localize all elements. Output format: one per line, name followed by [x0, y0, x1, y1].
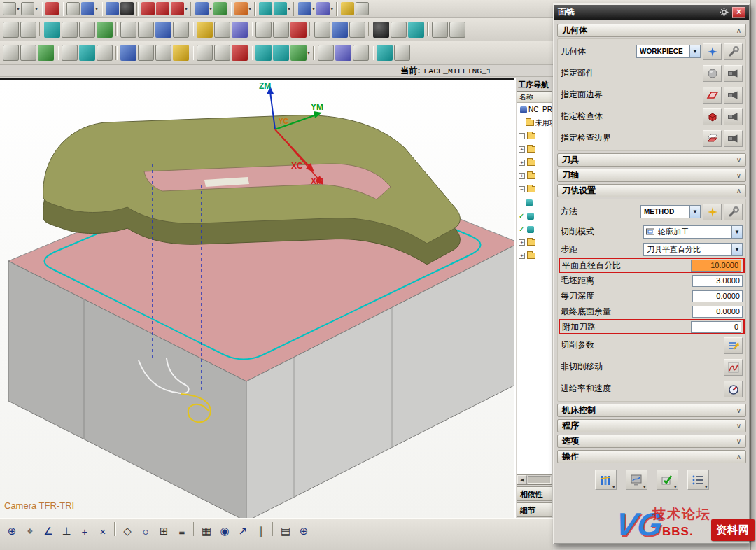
snap-icon[interactable]: ⌖ — [22, 523, 38, 540]
menu-arrow-icon[interactable]: ▾ — [312, 6, 315, 12]
replay-toolpath-button[interactable]: ▾ — [626, 470, 648, 490]
tree-row[interactable] — [517, 196, 552, 209]
tree-row[interactable]: + — [517, 169, 552, 183]
highlight-check-body-button[interactable] — [724, 108, 743, 125]
expand-chevron-icon[interactable]: ∨ — [736, 171, 741, 179]
toolbar-icon[interactable] — [391, 22, 407, 38]
feeds-speeds-button[interactable] — [724, 381, 743, 397]
toolbar-icon[interactable] — [3, 2, 16, 15]
toolbar-icon[interactable] — [141, 2, 155, 15]
sphere-icon[interactable] — [120, 2, 134, 15]
toolbar-icon[interactable] — [432, 22, 448, 38]
snap-icon[interactable]: + — [76, 523, 93, 540]
toolbar-icon[interactable] — [290, 22, 307, 38]
toolbar-icon[interactable] — [79, 22, 95, 38]
select-check-boundary-button[interactable] — [703, 130, 722, 147]
section-tool-axis[interactable]: 刀轴 ∨ — [557, 169, 746, 182]
toolbar-icon[interactable] — [38, 45, 54, 61]
toolbar-icon[interactable] — [214, 45, 230, 61]
toolbar-icon[interactable] — [377, 45, 393, 61]
expand-box-icon[interactable]: + — [519, 239, 525, 246]
method-select[interactable]: METHOD ▼ — [640, 205, 701, 218]
cutting-parameters-button[interactable] — [724, 337, 743, 354]
toolbar-icon[interactable] — [318, 45, 334, 61]
graphics-viewport[interactable]: ZM YM YC XC XM Camera TFR-TRI — [0, 78, 514, 518]
tree-row[interactable]: − — [517, 183, 552, 196]
toolbar-icon[interactable] — [197, 45, 213, 61]
dialog-title-bar[interactable]: 面铣 × — [554, 5, 749, 20]
toolbar-icon[interactable] — [20, 22, 36, 38]
snap-icon[interactable]: × — [94, 523, 111, 540]
snap-icon[interactable]: ∠ — [40, 523, 57, 540]
snap-icon[interactable]: ↗ — [234, 523, 251, 540]
toolbar-icon[interactable] — [120, 45, 136, 61]
edit-geometry-button[interactable] — [724, 43, 743, 60]
snap-icon[interactable]: ⊞ — [155, 523, 172, 540]
menu-arrow-icon[interactable]: ▾ — [330, 6, 333, 12]
geometry-select[interactable]: WORKPIECE ▼ — [636, 45, 701, 58]
toolbar-icon[interactable] — [195, 2, 209, 15]
menu-arrow-icon[interactable]: ▾ — [248, 6, 251, 12]
snap-icon[interactable]: ◇ — [119, 523, 136, 540]
toolbar-icon[interactable] — [62, 22, 78, 38]
tree-row[interactable]: 未用项 — [517, 116, 552, 129]
tree-row-root[interactable]: NC_PROG — [517, 103, 552, 116]
depth-per-cut-input[interactable]: 0.0000 — [692, 290, 743, 302]
expand-box-icon[interactable]: + — [519, 146, 525, 153]
snap-icon[interactable]: ⊕ — [295, 523, 312, 540]
toolbar-icon[interactable] — [232, 22, 248, 38]
toolbar-icon[interactable] — [273, 22, 289, 38]
verify-toolpath-button[interactable]: ▾ — [657, 470, 678, 490]
toolbar-icon[interactable] — [356, 2, 369, 15]
toolbar-icon[interactable] — [255, 45, 272, 61]
toolbar-icon[interactable] — [3, 22, 19, 38]
toolbar-icon[interactable] — [97, 45, 113, 61]
section-actions[interactable]: 操作 ∧ — [557, 450, 746, 463]
toolbar-icon[interactable] — [373, 22, 389, 38]
navigator-name-column[interactable]: 名称 — [517, 92, 552, 103]
toolbar-icon[interactable] — [3, 45, 19, 61]
section-geometry[interactable]: 几何体 ∧ — [557, 24, 746, 37]
final-floor-stock-input[interactable]: 0.0000 — [692, 306, 743, 318]
toolbar-icon[interactable] — [46, 2, 59, 15]
menu-arrow-icon[interactable]: ▾ — [288, 6, 290, 12]
new-geometry-button[interactable] — [703, 43, 722, 60]
toolbar-icon[interactable] — [138, 22, 154, 38]
menu-arrow-icon[interactable]: ▾ — [35, 6, 38, 12]
toolbar-icon[interactable] — [353, 45, 369, 61]
gear-icon[interactable] — [718, 7, 730, 18]
details-bar[interactable]: 细节 — [517, 502, 552, 517]
stepover-select[interactable]: 刀具平直百分比 ▼ — [643, 243, 743, 256]
menu-arrow-icon[interactable]: ▾ — [17, 6, 20, 12]
toolbar-icon[interactable] — [155, 22, 172, 38]
menu-arrow-icon[interactable]: ▾ — [185, 6, 188, 12]
select-part-button[interactable] — [703, 65, 722, 82]
toolbar-icon[interactable] — [81, 2, 94, 15]
toolbar-icon[interactable] — [259, 2, 272, 15]
snap-icon[interactable]: ⊥ — [58, 523, 75, 540]
toolbar-icon[interactable] — [335, 45, 351, 61]
toolbar-icon[interactable] — [79, 45, 95, 61]
toolbar-icon[interactable] — [173, 45, 189, 61]
toolbar-icon[interactable] — [20, 45, 36, 61]
toolbar-icon[interactable] — [316, 2, 330, 15]
toolbar-icon[interactable] — [298, 2, 312, 15]
collapse-chevron-icon[interactable]: ∧ — [736, 187, 741, 195]
collapse-box-icon[interactable]: − — [519, 133, 525, 139]
navigator-hscrollbar[interactable]: ◀ — [517, 474, 552, 484]
toolbar-icon[interactable] — [255, 22, 272, 38]
section-program[interactable]: 程序 ∨ — [557, 419, 746, 432]
snap-icon[interactable]: ⊕ — [4, 523, 20, 540]
toolbar-icon[interactable] — [314, 22, 330, 38]
snap-icon[interactable]: ≡ — [174, 523, 190, 540]
dependencies-bar[interactable]: 相依性 — [517, 486, 552, 501]
toolbar-icon[interactable] — [138, 45, 154, 61]
generate-toolpath-button[interactable]: ▾ — [595, 470, 617, 490]
tree-row[interactable]: + — [517, 156, 552, 169]
scroll-left-button[interactable]: ◀ — [517, 475, 527, 484]
list-toolpath-button[interactable]: ▾ — [687, 470, 709, 490]
toolbar-icon[interactable] — [156, 2, 169, 15]
collapse-box-icon[interactable]: − — [519, 186, 525, 192]
menu-arrow-icon[interactable]: ▾ — [307, 50, 310, 56]
snap-icon[interactable]: ◉ — [216, 523, 233, 540]
